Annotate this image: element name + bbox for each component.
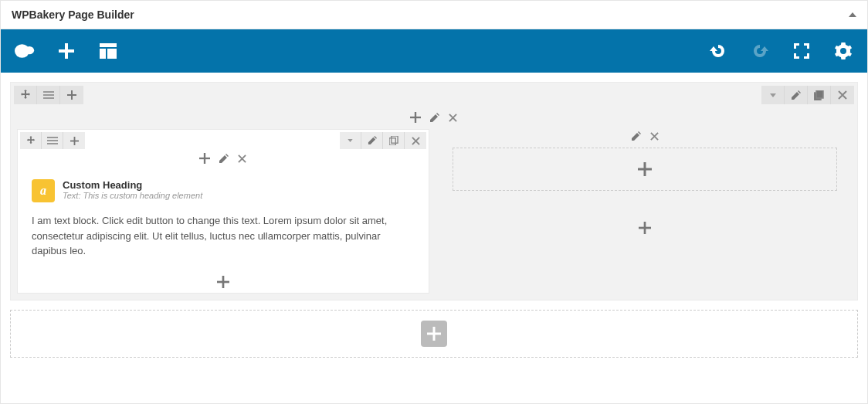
move-icon[interactable] bbox=[14, 86, 37, 104]
right-col-add-bottom bbox=[439, 222, 851, 237]
edit-icon[interactable] bbox=[629, 129, 643, 143]
svg-rect-14 bbox=[70, 140, 79, 141]
canvas: a Custom Heading Text: This is custom he… bbox=[1, 73, 867, 367]
edit-icon[interactable] bbox=[427, 110, 441, 124]
wpbakery-panel: WPBakery Page Builder bbox=[0, 0, 868, 404]
columns-icon[interactable] bbox=[37, 86, 60, 104]
custom-heading-icon: a bbox=[32, 179, 55, 202]
add-icon[interactable] bbox=[60, 86, 83, 104]
template-icon[interactable] bbox=[98, 41, 118, 61]
edit-icon[interactable] bbox=[361, 132, 383, 149]
add-row-area[interactable] bbox=[10, 310, 858, 358]
add-icon[interactable] bbox=[198, 151, 212, 165]
logo-icon[interactable] bbox=[15, 41, 35, 61]
panel-header: WPBakery Page Builder bbox=[1, 1, 867, 29]
svg-rect-12 bbox=[410, 117, 421, 118]
edit-icon[interactable] bbox=[216, 151, 230, 165]
svg-rect-8 bbox=[67, 94, 76, 96]
svg-rect-3 bbox=[59, 49, 74, 53]
right-col-top-controls bbox=[439, 129, 851, 143]
delete-icon[interactable] bbox=[405, 132, 426, 149]
move-icon[interactable] bbox=[20, 132, 42, 149]
main-toolbar bbox=[1, 29, 867, 73]
panel-title: WPBakery Page Builder bbox=[12, 8, 134, 21]
svg-rect-4 bbox=[100, 43, 117, 47]
add-icon[interactable] bbox=[63, 132, 85, 149]
add-icon[interactable] bbox=[409, 110, 422, 124]
svg-rect-5 bbox=[100, 49, 106, 59]
add-icon[interactable] bbox=[639, 222, 651, 237]
svg-rect-20 bbox=[217, 280, 229, 283]
add-icon bbox=[638, 162, 652, 176]
svg-rect-18 bbox=[199, 158, 210, 159]
settings-icon[interactable] bbox=[833, 41, 853, 61]
dropdown-icon[interactable] bbox=[340, 132, 361, 149]
empty-drop-area[interactable] bbox=[453, 148, 837, 191]
undo-icon[interactable] bbox=[708, 41, 728, 61]
dropdown-icon[interactable] bbox=[761, 86, 785, 104]
add-element-icon[interactable] bbox=[56, 41, 76, 61]
fullscreen-icon[interactable] bbox=[792, 41, 812, 61]
inner-row-controls-right bbox=[340, 132, 426, 149]
inner-row: a Custom Heading Text: This is custom he… bbox=[17, 129, 429, 294]
drag-lines-icon bbox=[47, 137, 58, 144]
inner-col-add-bottom bbox=[18, 270, 429, 293]
outer-row: a Custom Heading Text: This is custom he… bbox=[10, 82, 858, 300]
delete-icon[interactable] bbox=[831, 86, 854, 104]
columns-icon[interactable] bbox=[42, 132, 63, 149]
svg-rect-15 bbox=[389, 138, 395, 145]
column-right bbox=[439, 129, 851, 294]
toolbar-right bbox=[708, 41, 853, 61]
column-top-controls bbox=[17, 110, 851, 124]
svg-rect-6 bbox=[107, 49, 117, 59]
svg-rect-22 bbox=[638, 168, 652, 171]
inner-row-controls-left bbox=[20, 132, 85, 149]
row-body: a Custom Heading Text: This is custom he… bbox=[11, 83, 857, 300]
svg-rect-26 bbox=[427, 332, 441, 334]
add-row-button[interactable] bbox=[421, 321, 447, 347]
copy-icon[interactable] bbox=[383, 132, 405, 149]
inner-body: a Custom Heading Text: This is custom he… bbox=[18, 170, 429, 270]
edit-icon[interactable] bbox=[785, 86, 808, 104]
custom-heading-element[interactable]: a Custom Heading Text: This is custom he… bbox=[32, 179, 415, 202]
column-left: a Custom Heading Text: This is custom he… bbox=[17, 129, 429, 294]
svg-rect-24 bbox=[639, 227, 651, 229]
toolbar-left bbox=[15, 41, 118, 61]
element-title: Custom Heading bbox=[63, 179, 202, 191]
delete-icon[interactable] bbox=[446, 110, 459, 124]
copy-icon[interactable] bbox=[808, 86, 831, 104]
inner-col-top-controls bbox=[18, 151, 429, 165]
svg-point-1 bbox=[25, 46, 34, 54]
row-controls-right bbox=[761, 86, 854, 104]
drag-lines-icon bbox=[43, 91, 54, 99]
columns-wrap: a Custom Heading Text: This is custom he… bbox=[17, 129, 851, 294]
row-controls-left bbox=[14, 86, 83, 104]
add-icon[interactable] bbox=[217, 276, 229, 291]
element-text: Custom Heading Text: This is custom head… bbox=[63, 179, 202, 200]
text-block-element[interactable]: I am text block. Click edit button to ch… bbox=[32, 213, 415, 259]
collapse-icon[interactable] bbox=[849, 12, 856, 17]
svg-rect-10 bbox=[816, 90, 823, 98]
svg-rect-16 bbox=[391, 136, 397, 143]
redo-icon bbox=[750, 41, 770, 61]
element-subtitle: Text: This is custom heading element bbox=[63, 191, 202, 200]
delete-icon[interactable] bbox=[647, 129, 661, 143]
delete-icon[interactable] bbox=[235, 151, 249, 165]
